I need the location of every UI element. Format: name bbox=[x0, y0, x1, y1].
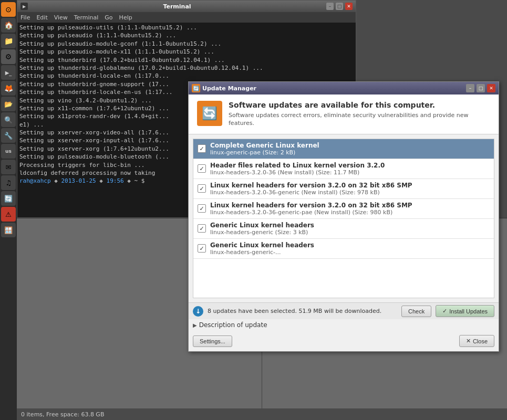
update-item[interactable]: ✓Linux kernel headers for version 3.2.0 … bbox=[193, 179, 494, 199]
update-item-name: Header files related to Linux kernel ver… bbox=[210, 162, 385, 169]
description-label[interactable]: Description of update bbox=[199, 321, 267, 329]
terminal-line: Setting up pulseaudio-module-x11 (1:1.1-… bbox=[19, 48, 354, 56]
nautilus-icon[interactable]: 📂 bbox=[1, 97, 16, 111]
dialog-maximize-button[interactable]: □ bbox=[477, 84, 485, 92]
terminal-title: Terminal bbox=[30, 3, 324, 10]
file-status-bar: 0 items, Free space: 63.8 GB bbox=[17, 408, 507, 420]
update-checkbox[interactable]: ✓ bbox=[198, 204, 206, 213]
update-item-detail: linux-headers-generic (Size: 3 kB) bbox=[210, 229, 314, 236]
update-checkbox[interactable]: ✓ bbox=[198, 164, 206, 173]
apps-icon[interactable]: us bbox=[1, 144, 16, 159]
home-folder-icon[interactable]: 🏠 bbox=[1, 18, 16, 33]
terminal-menu-go[interactable]: Go bbox=[105, 14, 112, 21]
update-item-detail: linux-headers-3.2.0-36 (New install) (Si… bbox=[210, 169, 385, 176]
update-item[interactable]: ✓Generic Linux kernel headerslinux-heade… bbox=[193, 239, 494, 259]
update-item[interactable]: ✓Complete Generic Linux kernellinux-gene… bbox=[193, 139, 494, 159]
audio-icon[interactable]: ♫ bbox=[1, 175, 16, 190]
window-icon[interactable]: 🪟 bbox=[1, 223, 16, 237]
settings-icon[interactable]: ⚙ bbox=[1, 49, 16, 64]
terminal-line: Setting up pulseaudio-utils (1:1.1-0ubun… bbox=[19, 24, 354, 32]
expand-icon: ▶ bbox=[193, 322, 197, 328]
update-manager-dialog: 🔄 Update Manager – □ ✕ 🔄 Software update… bbox=[188, 81, 499, 352]
terminal-taskbar-icon[interactable]: ▶_ bbox=[1, 65, 16, 80]
status-text: 8 updates have been selected. 51.9 MB wi… bbox=[208, 308, 397, 314]
alert-icon[interactable]: ⚠ bbox=[1, 207, 16, 222]
terminal-menu-edit[interactable]: Edit bbox=[36, 14, 47, 21]
dialog-header-text: Software updates are available for this … bbox=[229, 101, 490, 128]
terminal-line: Setting up pulseaudio (1:1.1-0ubuntu15.2… bbox=[19, 32, 354, 39]
terminal-line: Setting up thunderbird-locale-en (1:17.0… bbox=[19, 72, 354, 80]
update-checkbox[interactable]: ✓ bbox=[198, 224, 206, 233]
terminal-line: Setting up thunderbird-globalmenu (17.0.… bbox=[19, 64, 354, 72]
terminal-menubar: File Edit View Terminal Go Help bbox=[17, 12, 356, 23]
terminal-minimize-button[interactable]: – bbox=[326, 3, 334, 10]
dialog-titlebar: 🔄 Update Manager – □ ✕ bbox=[189, 82, 499, 94]
update-item-name: Generic Linux kernel headers bbox=[210, 222, 314, 229]
dialog-header: 🔄 Software updates are available for thi… bbox=[189, 94, 499, 134]
dialog-header-desc: Software updates correct errors, elimina… bbox=[229, 111, 490, 128]
terminal-menu-view[interactable]: View bbox=[54, 14, 68, 21]
install-updates-button[interactable]: ✓ Install Updates bbox=[436, 305, 494, 317]
sync-icon[interactable]: 🔄 bbox=[1, 191, 16, 206]
close-button[interactable]: ✕ Close bbox=[459, 335, 494, 347]
updates-list: ✓Complete Generic Linux kernellinux-gene… bbox=[193, 139, 494, 298]
update-item[interactable]: ✓Header files related to Linux kernel ve… bbox=[193, 159, 494, 179]
terminal-title-icon: ▶ bbox=[20, 3, 28, 10]
terminal-maximize-button[interactable]: □ bbox=[336, 3, 343, 10]
update-item-detail: linux-headers-generic-... bbox=[210, 249, 314, 256]
taskbar: ⊙ 🏠 📁 ⚙ ▶_ 🦊 📂 🔍 🔧 us ✉ ♫ 🔄 ⚠ 🪟 bbox=[0, 0, 17, 420]
firefox-icon[interactable]: 🦊 bbox=[1, 81, 16, 96]
search-icon[interactable]: 🔍 bbox=[1, 112, 16, 127]
update-item-detail: linux-headers-3.2.0-36-generic (New inst… bbox=[210, 189, 412, 196]
status-bar: ↓ 8 updates have been selected. 51.9 MB … bbox=[189, 302, 499, 319]
update-item[interactable]: ✓Generic Linux kernel headerslinux-heade… bbox=[193, 219, 494, 239]
update-item-name: Linux kernel headers for version 3.2.0 o… bbox=[210, 202, 412, 209]
update-checkbox[interactable]: ✓ bbox=[198, 144, 206, 153]
terminal-close-button[interactable]: ✕ bbox=[345, 3, 353, 10]
close-icon: ✕ bbox=[466, 338, 471, 344]
terminal-menu-help[interactable]: Help bbox=[119, 14, 132, 21]
terminal-menu-terminal[interactable]: Terminal bbox=[74, 14, 99, 21]
mail-icon[interactable]: ✉ bbox=[1, 160, 16, 174]
update-item-detail: linux-headers-3.2.0-36-generic-pae (New … bbox=[210, 209, 412, 216]
file-status-text: 0 items, Free space: 63.8 GB bbox=[21, 411, 104, 418]
install-icon: ✓ bbox=[442, 308, 447, 314]
update-item[interactable]: ✓Linux kernel headers for version 3.2.0 … bbox=[193, 199, 494, 219]
terminal-line: Setting up thunderbird (17.0.2+build1-0u… bbox=[19, 56, 354, 64]
files-icon[interactable]: 📁 bbox=[1, 34, 16, 48]
dialog-footer: Settings... ✕ Close bbox=[189, 333, 499, 351]
status-download-icon: ↓ bbox=[193, 306, 203, 317]
update-checkbox[interactable]: ✓ bbox=[198, 244, 206, 253]
description-section[interactable]: ▶ Description of update bbox=[189, 319, 499, 333]
terminal-titlebar: ▶ Terminal – □ ✕ bbox=[17, 1, 356, 12]
tools-icon[interactable]: 🔧 bbox=[1, 128, 16, 143]
dialog-close-button[interactable]: ✕ bbox=[487, 84, 495, 92]
terminal-menu-file[interactable]: File bbox=[20, 14, 30, 21]
update-item-name: Complete Generic Linux kernel bbox=[210, 142, 319, 149]
dialog-title-text: Update Manager bbox=[202, 85, 464, 92]
dialog-title-icon: 🔄 bbox=[192, 84, 200, 92]
ubuntu-icon[interactable]: ⊙ bbox=[1, 2, 16, 17]
update-item-name: Linux kernel headers for version 3.2.0 o… bbox=[210, 182, 412, 189]
update-checkbox[interactable]: ✓ bbox=[198, 184, 206, 193]
dialog-minimize-button[interactable]: – bbox=[466, 84, 474, 92]
terminal-line: Setting up pulseaudio-module-gconf (1:1.… bbox=[19, 40, 354, 48]
dialog-header-title: Software updates are available for this … bbox=[229, 101, 490, 109]
update-item-name: Generic Linux kernel headers bbox=[210, 242, 314, 249]
update-item-detail: linux-generic-pae (Size: 2 kB) bbox=[210, 149, 319, 156]
update-icon: 🔄 bbox=[197, 101, 222, 126]
settings-button[interactable]: Settings... bbox=[193, 335, 232, 347]
check-button[interactable]: Check bbox=[401, 306, 431, 317]
